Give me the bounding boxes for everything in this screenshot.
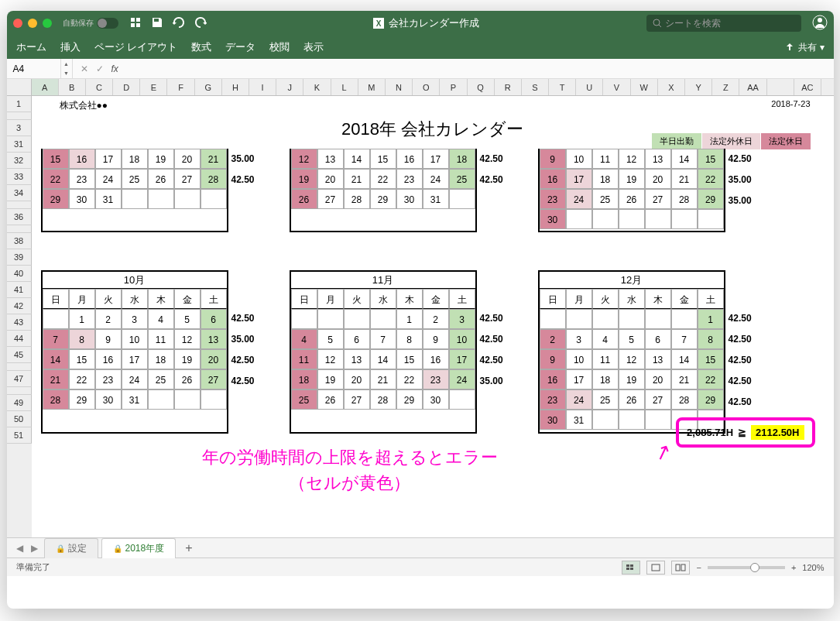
calendar-cell[interactable]: 26	[317, 389, 344, 410]
calendar-cell[interactable]: 17	[95, 149, 122, 169]
row-header[interactable]: 32	[7, 153, 32, 169]
calendar-cell[interactable]: 6	[344, 329, 370, 349]
calendar-cell[interactable]: 20	[174, 149, 201, 169]
calendar-cell[interactable]: 8	[69, 329, 95, 349]
calendar-cell[interactable]: 13	[201, 329, 227, 349]
column-header[interactable]: AC	[794, 79, 821, 95]
calendar-cell[interactable]: 16	[423, 349, 449, 369]
calendar-cell[interactable]: 26	[291, 189, 317, 209]
calendar-cell[interactable]: 31	[423, 189, 449, 209]
calendar-cell[interactable]: 1	[396, 309, 423, 329]
column-header[interactable]: K	[303, 79, 331, 95]
fx-label[interactable]: fx	[111, 63, 118, 74]
column-header[interactable]: J	[276, 79, 303, 95]
autosave-toggle[interactable]: 自動保存	[63, 18, 118, 29]
calendar-cell[interactable]: 13	[317, 149, 344, 169]
calendar-cell[interactable]: 2	[540, 329, 566, 349]
calendar-cell[interactable]	[566, 209, 592, 229]
calendar-cell[interactable]: 28	[201, 169, 227, 189]
tab-formulas[interactable]: 数式	[191, 40, 211, 54]
column-header[interactable]: U	[576, 79, 603, 95]
column-header[interactable]: V	[603, 79, 630, 95]
calendar-cell[interactable]: 28	[671, 189, 698, 209]
calendar-cell[interactable]	[671, 209, 698, 229]
view-page-layout-button[interactable]	[646, 561, 665, 575]
zoom-out-button[interactable]: −	[696, 563, 701, 572]
calendar-cell[interactable]: 19	[174, 349, 201, 369]
column-header[interactable]: T	[549, 79, 576, 95]
calendar-cell[interactable]: 8	[698, 329, 724, 349]
calendar-cell[interactable]: 26	[174, 369, 201, 389]
calendar-cell[interactable]: 6	[201, 309, 227, 329]
calendar-cell[interactable]: 20	[645, 369, 671, 389]
calendar-cell[interactable]: 7	[43, 329, 69, 349]
calendar-cell[interactable]: 30	[396, 189, 423, 209]
calendar-cell[interactable]: 29	[698, 189, 724, 209]
close-button[interactable]	[13, 19, 22, 28]
calendar-cell[interactable]: 30	[423, 389, 449, 410]
column-header[interactable]: D	[113, 79, 140, 95]
calendar-cell[interactable]: 22	[396, 369, 423, 389]
row-header[interactable]: 39	[7, 249, 32, 266]
calendar-cell[interactable]: 1	[69, 309, 95, 329]
calendar-cell[interactable]: 30	[540, 209, 566, 229]
calendar-cell[interactable]: 16	[540, 169, 566, 189]
column-header[interactable]: M	[358, 79, 386, 95]
calendar-cell[interactable]	[592, 309, 619, 329]
calendar-cell[interactable]	[645, 410, 671, 430]
calendar-cell[interactable]: 16	[95, 349, 122, 369]
calendar-cell[interactable]: 18	[291, 369, 317, 389]
row-header[interactable]: 38	[7, 233, 32, 249]
calendar-cell[interactable]: 22	[698, 169, 724, 189]
calendar-cell[interactable]: 12	[174, 329, 201, 349]
calendar-cell[interactable]: 28	[671, 389, 698, 410]
calendar-cell[interactable]	[566, 309, 592, 329]
calendar-cell[interactable]: 25	[592, 389, 619, 410]
row-header[interactable]: 51	[7, 427, 32, 444]
calendar-cell[interactable]	[449, 189, 475, 209]
select-all-corner[interactable]	[7, 79, 32, 95]
calendar-cell[interactable]: 23	[540, 189, 566, 209]
calendar-cell[interactable]	[201, 389, 227, 410]
calendar-cell[interactable]: 5	[317, 329, 344, 349]
row-header[interactable]: 3	[7, 120, 32, 136]
minimize-button[interactable]	[28, 19, 37, 28]
calendar-cell[interactable]: 13	[344, 349, 370, 369]
column-header[interactable]: A	[32, 79, 59, 95]
calendar-cell[interactable]	[344, 309, 370, 329]
row-header[interactable]: 33	[7, 169, 32, 185]
row-header[interactable]: 47	[7, 371, 32, 387]
row-header[interactable]: 44	[7, 331, 32, 347]
calendar-cell[interactable]: 9	[423, 329, 449, 349]
calendar-cell[interactable]: 27	[645, 389, 671, 410]
calendar-cell[interactable]: 3	[449, 309, 475, 329]
calendar-cell[interactable]: 17	[566, 169, 592, 189]
calendar-cell[interactable]	[671, 309, 698, 329]
calendar-cell[interactable]: 15	[698, 149, 724, 169]
zoom-slider[interactable]	[708, 566, 785, 569]
column-header[interactable]: H	[222, 79, 249, 95]
view-page-break-button[interactable]	[671, 561, 690, 575]
add-sheet-button[interactable]: +	[179, 541, 198, 555]
calendar-cell[interactable]: 18	[449, 149, 475, 169]
zoom-in-button[interactable]: +	[791, 563, 796, 572]
calendar-cell[interactable]: 12	[619, 149, 645, 169]
calendar-cell[interactable]: 14	[43, 349, 69, 369]
zoom-level[interactable]: 120%	[802, 563, 824, 572]
column-header[interactable]: P	[440, 79, 467, 95]
calendar-cell[interactable]	[449, 389, 475, 410]
calendar-cell[interactable]: 26	[619, 189, 645, 209]
calendar-cell[interactable]: 18	[122, 149, 148, 169]
calendar-cell[interactable]: 27	[645, 189, 671, 209]
tab-data[interactable]: データ	[225, 40, 255, 54]
row-header[interactable]: 41	[7, 282, 32, 298]
row-header[interactable]	[7, 363, 32, 371]
column-header[interactable]: W	[631, 79, 658, 95]
calendar-cell[interactable]: 2	[95, 309, 122, 329]
calendar-cell[interactable]: 4	[592, 329, 619, 349]
calendar-cell[interactable]	[619, 410, 645, 430]
calendar-cell[interactable]: 18	[148, 349, 174, 369]
calendar-cell[interactable]	[148, 389, 174, 410]
calendar-cell[interactable]: 26	[148, 169, 174, 189]
calendar-cell[interactable]: 6	[645, 329, 671, 349]
